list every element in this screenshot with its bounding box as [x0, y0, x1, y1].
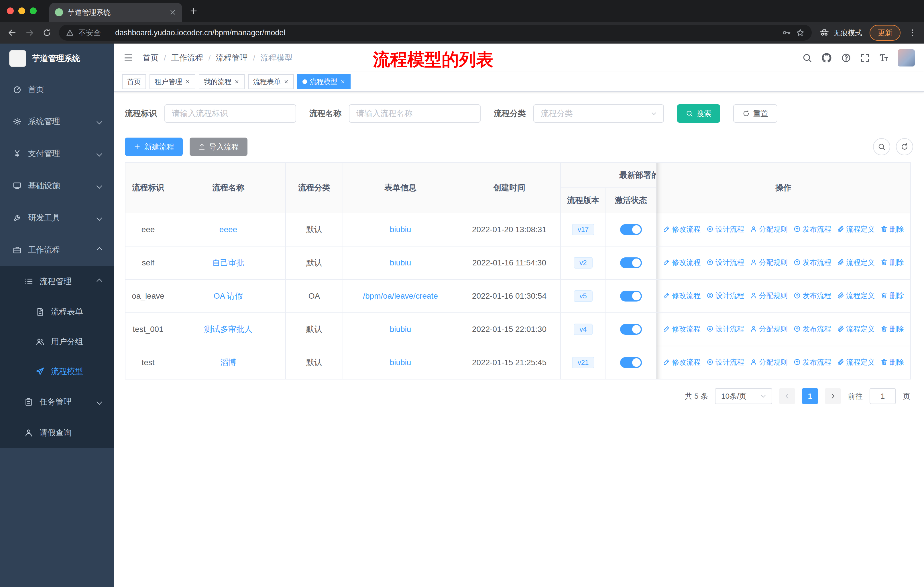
sidebar-item-leave-query[interactable]: 请假查询 [0, 417, 114, 448]
process-name-link[interactable]: 测试多审批人 [204, 325, 252, 334]
sidebar-item-process-mgmt[interactable]: 流程管理 [0, 266, 114, 297]
bookmark-star-icon[interactable] [796, 28, 805, 37]
close-icon[interactable] [284, 79, 289, 84]
form-info-link[interactable]: biubiu [390, 325, 411, 334]
process-name-link[interactable]: eeee [219, 225, 237, 234]
create-process-button[interactable]: 新建流程 [125, 137, 183, 156]
import-process-button[interactable]: 导入流程 [190, 137, 248, 156]
op-assign-link[interactable]: 分配规则 [750, 291, 788, 300]
address-bar[interactable]: 不安全 dashboard.yudao.iocoder.cn/bpm/manag… [59, 25, 812, 41]
font-size-icon[interactable] [879, 53, 889, 63]
op-design-link[interactable]: 设计流程 [706, 357, 744, 367]
op-delete-link[interactable]: 删除 [881, 291, 904, 300]
fullscreen-icon[interactable] [860, 53, 870, 63]
sidebar-item-process-form[interactable]: 流程表单 [0, 297, 114, 327]
avatar[interactable] [898, 49, 915, 66]
op-publish-link[interactable]: 发布流程 [794, 291, 831, 300]
minimize-window-button[interactable] [18, 7, 25, 14]
sidebar-item-process-model[interactable]: 流程模型 [0, 357, 114, 386]
reset-button[interactable]: 重置 [733, 104, 777, 123]
search-icon[interactable] [802, 53, 812, 63]
category-select[interactable]: 流程分类 [533, 104, 664, 123]
sidebar-item-devtools[interactable]: 研发工具 [0, 202, 114, 234]
process-id-input[interactable] [164, 104, 296, 123]
sidebar-item-payment[interactable]: 支付管理 [0, 137, 114, 170]
help-icon[interactable] [841, 53, 851, 63]
sidebar-item-system[interactable]: 系统管理 [0, 106, 114, 137]
sidebar-item-user-group[interactable]: 用户分组 [0, 327, 114, 357]
back-icon[interactable] [7, 28, 17, 38]
active-toggle[interactable] [620, 224, 642, 235]
update-button[interactable]: 更新 [870, 25, 901, 41]
op-publish-link[interactable]: 发布流程 [794, 258, 831, 267]
refresh-table-button[interactable] [896, 138, 913, 155]
next-page-button[interactable] [825, 388, 841, 404]
page-number-current[interactable]: 1 [802, 388, 818, 404]
search-button[interactable]: 搜索 [677, 104, 720, 123]
active-toggle[interactable] [620, 357, 642, 368]
sidebar-item-home[interactable]: 首页 [0, 73, 114, 106]
op-delete-link[interactable]: 删除 [881, 225, 904, 234]
github-icon[interactable] [821, 52, 832, 64]
op-assign-link[interactable]: 分配规则 [750, 357, 788, 367]
op-definition-link[interactable]: 流程定义 [837, 291, 875, 300]
new-tab-icon[interactable] [189, 6, 198, 15]
op-delete-link[interactable]: 删除 [881, 258, 904, 267]
close-window-button[interactable] [7, 7, 14, 14]
tag-process-model[interactable]: 流程模型 [297, 74, 351, 89]
breadcrumb-process-mgmt[interactable]: 流程管理 [216, 53, 248, 63]
op-definition-link[interactable]: 流程定义 [837, 357, 875, 367]
op-assign-link[interactable]: 分配规则 [750, 324, 788, 334]
op-publish-link[interactable]: 发布流程 [794, 225, 831, 234]
op-modify-link[interactable]: 修改流程 [663, 225, 701, 234]
op-publish-link[interactable]: 发布流程 [794, 357, 831, 367]
tag-my-process[interactable]: 我的流程 [199, 74, 244, 89]
toggle-search-button[interactable] [873, 138, 890, 155]
op-modify-link[interactable]: 修改流程 [663, 291, 701, 300]
tag-home[interactable]: 首页 [122, 74, 146, 89]
op-definition-link[interactable]: 流程定义 [837, 258, 875, 267]
form-info-link[interactable]: biubiu [390, 258, 411, 267]
close-icon[interactable] [340, 79, 345, 84]
op-design-link[interactable]: 设计流程 [706, 225, 744, 234]
close-icon[interactable] [234, 79, 239, 84]
form-info-link[interactable]: /bpm/oa/leave/create [363, 291, 438, 300]
active-toggle[interactable] [620, 324, 642, 335]
op-definition-link[interactable]: 流程定义 [837, 324, 875, 334]
page-size-select[interactable]: 10条/页 [715, 388, 772, 404]
op-design-link[interactable]: 设计流程 [706, 258, 744, 267]
tag-process-form[interactable]: 流程表单 [248, 74, 294, 89]
prev-page-button[interactable] [779, 388, 795, 404]
maximize-window-button[interactable] [30, 7, 37, 14]
tag-tenant[interactable]: 租户管理 [150, 74, 195, 89]
tab-close-icon[interactable] [169, 8, 177, 16]
op-delete-link[interactable]: 删除 [881, 324, 904, 334]
op-delete-link[interactable]: 删除 [881, 357, 904, 367]
forward-icon[interactable] [25, 28, 35, 38]
op-design-link[interactable]: 设计流程 [706, 291, 744, 300]
op-modify-link[interactable]: 修改流程 [663, 357, 701, 367]
goto-page-input[interactable] [870, 388, 896, 404]
active-toggle[interactable] [620, 291, 642, 301]
op-modify-link[interactable]: 修改流程 [663, 258, 701, 267]
op-assign-link[interactable]: 分配规则 [750, 225, 788, 234]
browser-tab[interactable]: 芋道管理系统 [49, 3, 182, 22]
sidebar-item-infra[interactable]: 基础设施 [0, 170, 114, 202]
process-name-link[interactable]: OA 请假 [214, 291, 243, 300]
process-name-link[interactable]: 自己审批 [212, 258, 244, 267]
active-toggle[interactable] [620, 257, 642, 268]
op-definition-link[interactable]: 流程定义 [837, 225, 875, 234]
hamburger-icon[interactable] [123, 53, 134, 63]
op-publish-link[interactable]: 发布流程 [794, 324, 831, 334]
op-design-link[interactable]: 设计流程 [706, 324, 744, 334]
close-icon[interactable] [185, 79, 190, 84]
sidebar-item-task-mgmt[interactable]: 任务管理 [0, 386, 114, 417]
key-icon[interactable] [782, 28, 791, 37]
app-logo[interactable]: 芋道管理系统 [0, 43, 114, 73]
op-assign-link[interactable]: 分配规则 [750, 258, 788, 267]
breadcrumb-home[interactable]: 首页 [143, 53, 159, 63]
sidebar-item-workflow[interactable]: 工作流程 [0, 234, 114, 266]
browser-menu-icon[interactable] [908, 28, 917, 37]
form-info-link[interactable]: biubiu [390, 225, 411, 234]
process-name-link[interactable]: 滔博 [220, 358, 236, 367]
